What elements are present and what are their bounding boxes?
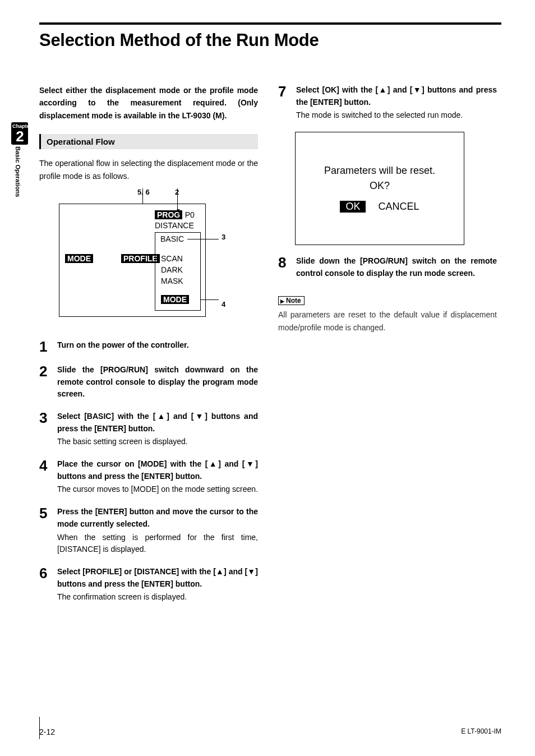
step-5-plain: When the setting is performed for the fi… [57,532,258,556]
step-8-text: Slide down the [PROG/RUN] switch on the … [296,255,497,279]
top-rule [39,22,501,25]
step-num-3: 3 [39,411,49,425]
step-7-text: Select [OK] with the [▲] and [▼] buttons… [296,84,497,108]
flow-label-mode-left: MODE [65,253,93,264]
step-6-text: Select [PROFILE] or [DISTANCE] with the … [57,566,258,590]
document-id: E LT-9001-IM [461,727,501,736]
flow-label-profile: PROFILE [121,253,160,264]
step-num-2: 2 [39,364,49,379]
flow-annot-4: 4 [222,300,225,308]
step-2-text: Slide the [PROG/RUN] switch downward on … [57,364,258,400]
step-num-8: 8 [278,255,288,270]
page-number: 2-12 [39,727,55,736]
step-num-7: 7 [278,84,288,99]
flow-label-dark: DARK [161,265,183,274]
flow-outer-box: PROG P0 DISTANCE BASIC MODE PROFILE [59,204,206,317]
step-3-plain: The basic setting screen is displayed. [57,436,258,448]
intro-paragraph: Select either the displacement mode or t… [39,84,258,122]
left-column: Select either the displacement mode or t… [39,84,258,614]
flow-arrow-2 [177,188,178,210]
section-heading-operational-flow: Operational Flow [39,134,258,149]
step-3-text: Select [BASIC] with the [▲] and [▼] butt… [57,411,258,435]
dialog-cancel-button[interactable]: CANCEL [378,201,419,213]
step-8: 8 Slide down the [PROG/RUN] switch on th… [278,255,497,279]
flow-mode-label: MODE [65,254,93,263]
flow-profile-label: PROFILE [121,254,160,263]
step-5: 5 Press the [ENTER] button and move the … [39,506,258,556]
flow-label-mode-bottom: MODE [161,294,189,305]
flow-label-scan: SCAN [161,254,183,263]
step-num-4: 4 [39,458,49,473]
step-7-plain: The mode is switched to the selected run… [296,109,497,122]
chapter-name: Basic Operations [11,146,21,197]
flow-inner-box: SCAN DARK MASK MODE [155,232,201,311]
flow-connector-4 [201,299,219,300]
step-1: 1 Turn on the power of the controller. [39,339,258,354]
note-body: All parameters are reset to the default … [278,308,497,334]
flow-annot-3: 3 [222,233,225,241]
step-6-plain: The confirmation screen is displayed. [57,591,258,603]
note-tag: Note [278,296,305,305]
step-6: 6 Select [PROFILE] or [DISTANCE] with th… [39,566,258,603]
page-title: Selection Method of the Run Mode [39,30,501,50]
flow-prog-p0: PROG P0 [155,210,195,220]
right-column: 7 Select [OK] with the [▲] and [▼] butto… [278,84,497,614]
chapter-side-tab: Chapter 2 Basic Operations [11,122,28,197]
steps-left: 1 Turn on the power of the controller. 2… [39,339,258,603]
step-4-plain: The cursor moves to [MODE] on the mode s… [57,483,258,496]
opflow-intro: The operational flow in selecting the di… [39,157,258,182]
flow-label-p0: P0 [185,210,195,219]
flowchart: 5, 6 2 3 4 PROG P0 DISTANCE BASIC [59,188,238,322]
chapter-number: 2 [11,129,28,145]
page-footer: 2-12 E LT-9001-IM [39,727,501,736]
dialog-ok-button[interactable]: OK [340,201,366,213]
flow-arrowhead-2: ▼ [176,208,181,214]
step-num-1: 1 [39,339,49,354]
flow-arrow-56 [142,188,143,204]
step-4: 4 Place the cursor on [MODE] with the [▲… [39,458,258,496]
dialog-message-1: Parameters will be reset. [324,165,435,177]
step-num-6: 6 [39,566,49,580]
step-3: 3 Select [BASIC] with the [▲] and [▼] bu… [39,411,258,448]
dialog-message-2: OK? [370,180,390,192]
step-4-text: Place the cursor on [MODE] with the [▲] … [57,458,258,482]
flow-label-mask: MASK [161,276,183,285]
step-1-text: Turn on the power of the controller. [57,339,258,352]
flow-annot-56: 5, 6 [137,188,150,196]
flow-label-distance: DISTANCE [155,221,194,230]
step-num-5: 5 [39,506,49,520]
confirmation-dialog: Parameters will be reset. OK? OK CANCEL [295,132,464,245]
flow-mode2-label: MODE [161,295,189,304]
step-7: 7 Select [OK] with the [▲] and [▼] butto… [278,84,497,122]
step-5-text: Press the [ENTER] button and move the cu… [57,506,258,530]
step-2: 2 Slide the [PROG/RUN] switch downward o… [39,364,258,400]
